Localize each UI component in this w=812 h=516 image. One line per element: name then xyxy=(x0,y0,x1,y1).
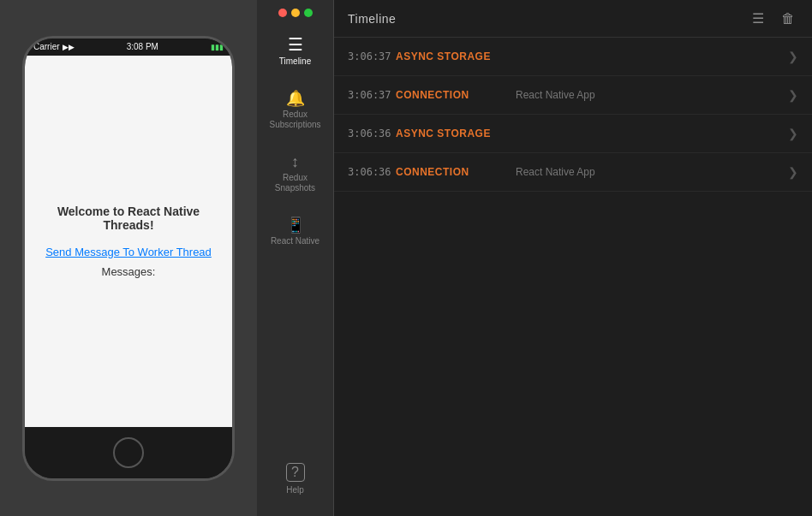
sidebar-item-redux-snapshots[interactable]: ↕ Redux Snapshots xyxy=(257,142,333,205)
phone-screen: Welcome to React Native Threads! Send Me… xyxy=(25,56,232,427)
delete-button[interactable]: 🗑 xyxy=(778,8,798,30)
chevron-right-icon: ❯ xyxy=(788,165,798,179)
dot-maximize xyxy=(304,9,313,17)
timeline-event-type: CONNECTION xyxy=(396,89,516,101)
phone-status-bar: Carrier ▶▶ 3:08 PM ▮▮▮ xyxy=(25,39,232,56)
home-button[interactable] xyxy=(113,437,144,468)
filter-button[interactable]: ☰ xyxy=(749,7,767,30)
timeline-icon: ☰ xyxy=(288,36,303,53)
help-icon: ? xyxy=(286,463,305,482)
timeline-time: 3:06:36 xyxy=(348,128,396,139)
timeline-list: 3:06:37 ASYNC STORAGE ❯ 3:06:37 CONNECTI… xyxy=(334,38,812,516)
timeline-actions: ☰ 🗑 xyxy=(749,7,798,30)
trash-icon: 🗑 xyxy=(781,11,795,26)
timeline-detail: React Native App xyxy=(516,166,781,178)
sidebar-item-timeline-label: Timeline xyxy=(279,56,311,67)
chevron-right-icon: ❯ xyxy=(788,88,798,102)
chevron-right-icon: ❯ xyxy=(788,127,798,140)
chevron-right-icon: ❯ xyxy=(788,50,798,63)
timeline-row[interactable]: 3:06:37 ASYNC STORAGE ❯ xyxy=(334,38,812,76)
messages-label: Messages: xyxy=(102,265,156,278)
sidebar-item-redux-subscriptions[interactable]: 🔔 Redux Subscriptions xyxy=(257,79,333,142)
carrier-label: Carrier xyxy=(33,42,60,51)
dot-minimize xyxy=(291,9,300,17)
sidebar-item-help-label: Help xyxy=(286,485,304,495)
sidebar: ☰ Timeline 🔔 Redux Subscriptions ↕ Redux… xyxy=(257,0,334,516)
timeline-event-type: ASYNC STORAGE xyxy=(396,50,516,62)
timeline-row[interactable]: 3:06:37 CONNECTION React Native App ❯ xyxy=(334,76,812,115)
sidebar-nav: ☰ Timeline 🔔 Redux Subscriptions ↕ Redux… xyxy=(257,24,333,451)
clock: 3:08 PM xyxy=(127,42,158,51)
sidebar-item-redux-snap-label: Redux Snapshots xyxy=(275,173,315,193)
battery-icon: ▮▮▮ xyxy=(211,43,224,51)
bell-icon: 🔔 xyxy=(286,91,305,106)
timeline-event-type: CONNECTION xyxy=(396,166,516,178)
send-message-link[interactable]: Send Message To Worker Thread xyxy=(45,246,212,258)
filter-icon: ☰ xyxy=(752,11,764,26)
timeline-time: 3:06:37 xyxy=(348,50,396,62)
sidebar-item-redux-subs-label: Redux Subscriptions xyxy=(269,110,320,130)
sidebar-item-timeline[interactable]: ☰ Timeline xyxy=(257,24,333,79)
battery-area: ▮▮▮ xyxy=(211,43,224,51)
mobile-icon: 📱 xyxy=(286,217,305,233)
welcome-text: Welcome to React Native Threads! xyxy=(42,205,215,232)
phone-frame: Carrier ▶▶ 3:08 PM ▮▮▮ Welcome to React … xyxy=(22,36,235,481)
timeline-time: 3:06:37 xyxy=(348,89,396,101)
timeline-title: Timeline xyxy=(348,12,396,26)
timeline-row[interactable]: 3:06:36 ASYNC STORAGE ❯ xyxy=(334,115,812,153)
timeline-event-type: ASYNC STORAGE xyxy=(396,128,516,139)
timeline-detail: React Native App xyxy=(516,89,781,101)
dot-close xyxy=(278,9,287,17)
snapshot-icon: ↕ xyxy=(291,154,299,169)
traffic-lights xyxy=(278,0,313,24)
phone-section: Carrier ▶▶ 3:08 PM ▮▮▮ Welcome to React … xyxy=(0,0,257,516)
carrier-wifi: Carrier ▶▶ xyxy=(33,42,75,51)
wifi-icon: ▶▶ xyxy=(63,43,75,51)
sidebar-bottom: ? Help xyxy=(279,451,312,516)
phone-bottom-bar xyxy=(25,427,232,478)
timeline-time: 3:06:36 xyxy=(348,166,396,178)
sidebar-item-react-native[interactable]: 📱 React Native xyxy=(257,205,333,258)
timeline-header: Timeline ☰ 🗑 xyxy=(334,0,812,38)
sidebar-item-help[interactable]: ? Help xyxy=(279,451,312,507)
timeline-row[interactable]: 3:06:36 CONNECTION React Native App ❯ xyxy=(334,153,812,192)
sidebar-item-react-native-label: React Native xyxy=(271,236,319,246)
timeline-panel: Timeline ☰ 🗑 3:06:37 ASYNC STORAGE ❯ 3:0… xyxy=(334,0,812,516)
